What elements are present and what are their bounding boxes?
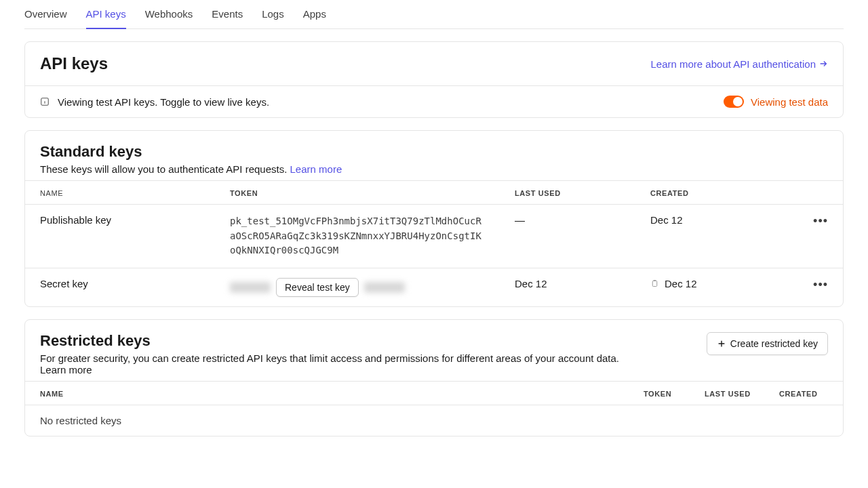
standard-learn-more-link[interactable]: Learn more	[290, 163, 342, 175]
row-menu-icon[interactable]: •••	[813, 278, 828, 291]
publishable-token[interactable]: pk_test_51OMgVcFPh3nmbjsX7itT3Q79zTlMdhO…	[230, 214, 485, 258]
test-mode-toggle[interactable]	[724, 96, 744, 108]
key-name: Secret key	[25, 268, 215, 307]
row-menu-icon[interactable]: •••	[813, 214, 828, 228]
plus-icon	[717, 339, 726, 348]
col-token: TOKEN	[215, 181, 500, 205]
restricted-keys-card: Restricted keys For greater security, yo…	[24, 319, 844, 436]
last-used: —	[500, 205, 635, 268]
col-name: NAME	[25, 181, 215, 205]
restricted-keys-desc: For greater security, you can create res…	[40, 352, 619, 375]
svg-rect-1	[652, 281, 657, 287]
last-used: Dec 12	[500, 268, 635, 307]
notice-text: Viewing test API keys. Toggle to view li…	[58, 96, 269, 108]
blurred-token	[230, 282, 271, 293]
clipboard-icon[interactable]	[650, 279, 659, 288]
table-row: Publishable key pk_test_51OMgVcFPh3nmbjs…	[25, 205, 843, 268]
tab-logs[interactable]: Logs	[262, 8, 284, 29]
tab-api-keys[interactable]: API keys	[86, 8, 126, 29]
col-created: CREATED	[768, 382, 843, 405]
key-name: Publishable key	[25, 205, 215, 268]
standard-keys-card: Standard keys These keys will allow you …	[24, 130, 844, 307]
table-row: Secret key Reveal test key Dec 12 Dec 12	[25, 268, 843, 307]
standard-keys-desc: These keys will allow you to authenticat…	[40, 163, 828, 175]
nav-tabs: Overview API keys Webhooks Events Logs A…	[24, 0, 844, 29]
col-last-used: LAST USED	[500, 181, 635, 205]
col-last-used: LAST USED	[694, 382, 768, 405]
reveal-test-key-button[interactable]: Reveal test key	[276, 278, 359, 297]
create-restricted-key-button[interactable]: Create restricted key	[707, 332, 828, 355]
blurred-token	[364, 282, 405, 293]
header-card: API keys Learn more about API authentica…	[24, 41, 844, 118]
arrow-right-icon	[818, 59, 828, 68]
table-row: No restricted keys	[25, 405, 843, 436]
create-restricted-key-label: Create restricted key	[730, 338, 818, 349]
learn-more-auth-text: Learn more about API authentication	[650, 58, 816, 70]
standard-keys-table: NAME TOKEN LAST USED CREATED Publishable…	[25, 180, 843, 306]
restricted-keys-table: NAME TOKEN LAST USED CREATED No restrict…	[25, 381, 843, 436]
learn-more-auth-link[interactable]: Learn more about API authentication	[650, 58, 828, 70]
page-title: API keys	[40, 54, 108, 73]
col-name: NAME	[25, 382, 633, 405]
toggle-label: Viewing test data	[751, 96, 828, 108]
col-token: TOKEN	[633, 382, 694, 405]
tab-apps[interactable]: Apps	[303, 8, 326, 29]
empty-state: No restricted keys	[25, 405, 843, 436]
created: Dec 12	[635, 205, 798, 268]
restricted-keys-title: Restricted keys	[40, 332, 619, 350]
created: Dec 12	[665, 278, 697, 289]
col-created: CREATED	[635, 181, 798, 205]
tab-overview[interactable]: Overview	[24, 8, 67, 29]
col-actions	[798, 181, 843, 205]
restricted-learn-more-link[interactable]: Learn more	[40, 364, 92, 375]
info-icon	[40, 97, 50, 106]
tab-events[interactable]: Events	[212, 8, 243, 29]
tab-webhooks[interactable]: Webhooks	[145, 8, 193, 29]
notice-bar: Viewing test API keys. Toggle to view li…	[25, 85, 843, 117]
standard-keys-title: Standard keys	[40, 143, 828, 161]
